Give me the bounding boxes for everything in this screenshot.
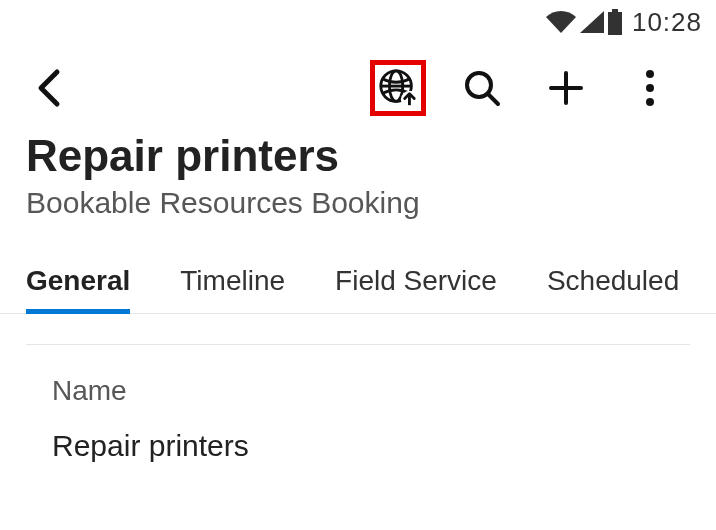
title-block: Repair printers Bookable Resources Booki… — [0, 132, 716, 238]
svg-rect-1 — [608, 12, 622, 35]
chevron-left-icon — [35, 68, 61, 108]
status-bar: 10:28 — [0, 0, 716, 44]
field-label-name: Name — [52, 375, 664, 407]
kebab-icon — [645, 69, 655, 107]
wifi-icon — [546, 11, 576, 33]
page-subtitle: Bookable Resources Booking — [26, 186, 690, 220]
tabs: General Timeline Field Service Scheduled — [0, 248, 716, 314]
svg-point-11 — [646, 70, 654, 78]
app-bar — [0, 44, 716, 132]
svg-rect-0 — [612, 9, 618, 12]
status-icons — [546, 9, 622, 35]
page-title: Repair printers — [26, 132, 690, 180]
form-area: Name Repair printers — [0, 314, 716, 463]
battery-icon — [608, 9, 622, 35]
search-icon — [462, 68, 502, 108]
tab-field-service[interactable]: Field Service — [335, 248, 497, 313]
plus-icon — [546, 68, 586, 108]
globe-upload-icon — [377, 66, 419, 110]
svg-line-8 — [488, 94, 498, 104]
add-button[interactable] — [538, 60, 594, 116]
status-time: 10:28 — [632, 7, 702, 38]
search-button[interactable] — [454, 60, 510, 116]
cell-signal-icon — [580, 11, 604, 33]
tab-general[interactable]: General — [26, 248, 130, 313]
overflow-menu-button[interactable] — [622, 60, 678, 116]
tab-timeline[interactable]: Timeline — [180, 248, 285, 313]
field-value-name[interactable]: Repair printers — [52, 429, 664, 463]
tab-scheduled[interactable]: Scheduled — [547, 248, 679, 313]
svg-point-13 — [646, 98, 654, 106]
back-button[interactable] — [24, 64, 72, 112]
globe-sync-button[interactable] — [370, 60, 426, 116]
svg-point-12 — [646, 84, 654, 92]
